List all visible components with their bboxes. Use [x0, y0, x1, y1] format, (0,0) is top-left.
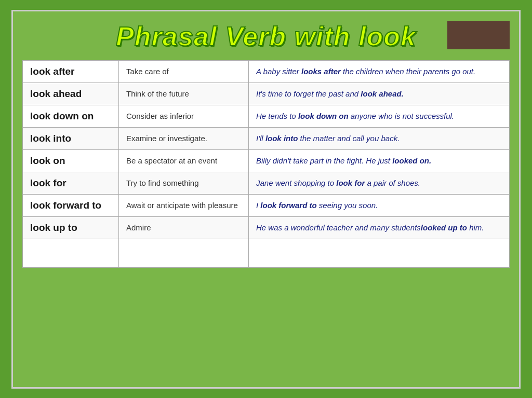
phrase-cell: look forward to [23, 194, 119, 216]
phrase-cell: look down on [23, 105, 119, 127]
phrase-cell: look for [23, 172, 119, 194]
example-cell [249, 239, 510, 267]
table-row: look intoExamine or investigate.I'll loo… [23, 127, 510, 149]
table-row: look onBe a spectator at an eventBilly d… [23, 149, 510, 172]
example-cell: A baby sitter looks after the children w… [249, 60, 510, 83]
table-row: look afterTake care ofA baby sitter look… [23, 60, 510, 83]
phrase-cell: look ahead [23, 83, 119, 105]
example-cell: He tends to look down on anyone who is n… [249, 105, 510, 127]
definition-cell: Examine or investigate. [119, 127, 249, 149]
definition-cell: Await or anticipate with pleasure [119, 194, 249, 216]
phrasal-verbs-table: look afterTake care ofA baby sitter look… [22, 60, 510, 268]
phrase-cell: look into [23, 127, 119, 149]
phrase-cell: look on [23, 149, 119, 172]
brown-box-decoration [447, 21, 510, 49]
table-row [23, 239, 510, 267]
example-cell: Billy didn't take part in the fight. He … [249, 149, 510, 172]
definition-cell: Take care of [119, 60, 249, 83]
table-row: look down onConsider as inferiorHe tends… [23, 105, 510, 127]
definition-cell: Be a spectator at an event [119, 149, 249, 172]
title-area: Phrasal Verb with look [22, 21, 510, 52]
table-row: look forward toAwait or anticipate with … [23, 194, 510, 216]
definition-cell [119, 239, 249, 267]
phrase-cell [23, 239, 119, 267]
table-row: look forTry to find somethingJane went s… [23, 172, 510, 194]
definition-cell: Think of the future [119, 83, 249, 105]
example-cell: He was a wonderful teacher and many stud… [249, 216, 510, 239]
phrase-cell: look after [23, 60, 119, 83]
definition-cell: Try to find something [119, 172, 249, 194]
page-title: Phrasal Verb with look [22, 21, 510, 52]
example-cell: Jane went shopping to look for a pair of… [249, 172, 510, 194]
table-row: look aheadThink of the futureIt's time t… [23, 83, 510, 105]
phrase-cell: look up to [23, 216, 119, 239]
main-container: Phrasal Verb with look look afterTake ca… [11, 10, 521, 389]
example-cell: I look forward to seeing you soon. [249, 194, 510, 216]
example-cell: I'll look into the matter and call you b… [249, 127, 510, 149]
example-cell: It's time to forget the past and look ah… [249, 83, 510, 105]
definition-cell: Admire [119, 216, 249, 239]
definition-cell: Consider as inferior [119, 105, 249, 127]
table-row: look up toAdmireHe was a wonderful teach… [23, 216, 510, 239]
